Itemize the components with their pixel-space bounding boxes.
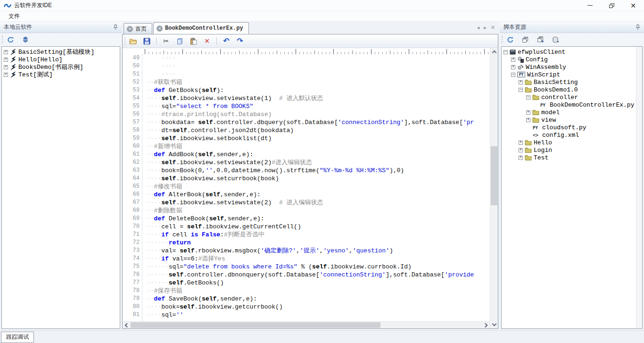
menu-file[interactable]: 文件	[5, 11, 24, 21]
collapse-icon[interactable]: −	[511, 73, 515, 77]
tree-item[interactable]: +WinAssembly	[502, 63, 642, 71]
tree-item[interactable]: −PYWinScript	[502, 71, 642, 78]
code-line: ····#trace.printlog(soft.Database)	[147, 110, 490, 118]
tree-item[interactable]: +BasicSetting[基础模块]	[2, 48, 120, 56]
tree-item[interactable]: +Hello[Hello]	[2, 56, 120, 63]
tab-close-icon[interactable]: ✕	[157, 25, 163, 32]
tree-item-label: view	[541, 117, 556, 124]
tab-scroll-right-icon[interactable]: ▸	[484, 25, 487, 31]
code-line: ····	[147, 54, 490, 62]
cut-icon[interactable]: ✂	[161, 36, 171, 46]
code-line: ··#获取书籍	[147, 78, 490, 86]
save-icon[interactable]	[142, 36, 151, 46]
undo-icon[interactable]: ↶	[222, 36, 231, 46]
minimize-button[interactable]	[579, 0, 601, 11]
expand-icon[interactable]: +	[4, 50, 8, 54]
tree-item[interactable]: +Test[测试]	[2, 71, 120, 78]
code-line: ····	[147, 70, 490, 78]
windows-add-icon[interactable]	[536, 35, 545, 44]
redo-icon[interactable]: ↷	[235, 36, 245, 46]
svg-text:PY: PY	[540, 103, 545, 108]
collapse-icon[interactable]: −	[519, 88, 523, 92]
expand-icon[interactable]: +	[4, 73, 8, 77]
tab-home[interactable]: ✕ 首页	[124, 23, 152, 34]
line-number: 62	[123, 159, 140, 167]
refresh-icon[interactable]	[6, 35, 15, 44]
tree-item[interactable]: <>config.xml	[502, 131, 642, 139]
tab-list-close-icon[interactable]: ✕	[491, 25, 495, 31]
tab-scroll-left-icon[interactable]: ◂	[477, 25, 480, 31]
tree-item[interactable]: −controller	[502, 93, 642, 101]
expand-icon[interactable]: +	[519, 156, 523, 160]
delete-icon[interactable]: ✕	[202, 36, 212, 46]
tree-item-label: BookDemoControllerEx.py	[550, 101, 634, 109]
expand-icon[interactable]: +	[511, 58, 515, 62]
open-icon[interactable]	[128, 36, 138, 46]
scroll-down-icon[interactable]	[490, 321, 498, 328]
code-line: ····sql=''	[147, 311, 490, 319]
line-number: 74	[123, 255, 140, 263]
collapse-icon[interactable]: −	[526, 95, 530, 100]
tree-item[interactable]: +Test	[502, 154, 642, 161]
pin-icon[interactable]	[636, 24, 640, 30]
expand-icon[interactable]: +	[519, 141, 523, 145]
windows-icon[interactable]	[520, 35, 530, 44]
line-number: 54	[123, 94, 140, 102]
tree-item-label: efwplusClient	[518, 49, 565, 56]
window-title: 云软件开发IDE	[14, 1, 52, 9]
tab-bookdemo[interactable]: ✕ BookDemoControllerEx.py	[153, 22, 249, 34]
horizontal-scroll-thumb[interactable]	[131, 322, 380, 328]
code-line: ····self.ibookview.setbooklist(dt)	[147, 134, 490, 142]
tree-item-label: Test[测试]	[18, 70, 53, 79]
paste-icon[interactable]	[189, 36, 198, 46]
expand-icon[interactable]: +	[519, 148, 523, 152]
tree-item[interactable]: +BasicSetting	[502, 78, 642, 86]
expand-icon[interactable]: +	[526, 118, 530, 122]
tree-scrollbar[interactable]	[636, 47, 642, 328]
tree-item[interactable]: PYcloudsoft.py	[502, 124, 642, 131]
tree-item[interactable]: +model	[502, 109, 642, 116]
scroll-left-icon[interactable]	[123, 322, 130, 328]
line-number: 72	[123, 239, 140, 247]
tree-item[interactable]: −efwplusClient	[502, 48, 642, 56]
expand-icon[interactable]: +	[4, 65, 8, 69]
code-line: ··#删除数据	[147, 207, 490, 215]
horizontal-scrollbar[interactable]	[123, 321, 490, 328]
expand-icon[interactable]: +	[4, 58, 8, 62]
close-button[interactable]: ✕	[622, 0, 644, 11]
trace-debug-tab[interactable]: 跟踪调试	[1, 332, 34, 343]
layers-icon[interactable]	[21, 35, 30, 44]
database-icon[interactable]	[551, 35, 560, 44]
code-line: ····sql="select * from BOOKS"	[147, 102, 490, 110]
refresh-icon[interactable]	[505, 35, 515, 44]
editor-body[interactable]: 4950515253545556575859606162636465666768…	[123, 54, 490, 321]
line-number: 77	[123, 279, 140, 287]
collapse-icon[interactable]: −	[504, 50, 508, 54]
tree-item[interactable]: −BooksDemo1.0	[502, 86, 642, 93]
scroll-right-icon[interactable]	[482, 322, 490, 328]
app-icon	[10, 49, 17, 55]
expand-icon[interactable]: +	[519, 80, 523, 84]
tree-item[interactable]: +Login	[502, 146, 642, 154]
vertical-scrollbar[interactable]	[490, 48, 498, 328]
scroll-up-icon[interactable]	[490, 48, 498, 56]
code-pane[interactable]: ···· ···· ······#获取书籍··def GetBooks(self…	[142, 54, 490, 321]
tree-item[interactable]: +view	[502, 116, 642, 124]
line-number: 56	[123, 110, 140, 118]
tree-item[interactable]: +Config	[502, 56, 642, 63]
tree-item[interactable]: PYBookDemoControllerEx.py	[502, 101, 642, 109]
tree-item[interactable]: +BooksDemo[书籍示例]	[2, 63, 120, 71]
code-line: ··#修改书籍	[147, 183, 490, 191]
vertical-scroll-thumb[interactable]	[491, 146, 497, 205]
line-number: 79	[123, 295, 140, 303]
tree-item[interactable]: +Hello	[502, 139, 642, 146]
copy-icon[interactable]	[175, 36, 184, 46]
expand-icon[interactable]: +	[511, 65, 515, 69]
restore-button[interactable]	[601, 0, 622, 11]
local-panel-header: 本地云软件	[0, 22, 122, 33]
pin-icon[interactable]	[113, 24, 118, 30]
tab-close-icon[interactable]: ✕	[127, 26, 133, 32]
code-line: ····val= self.rbookview.msgbox('确定删除?','…	[147, 247, 490, 255]
code-line: ····book=self.ibookview.getcurrbook()	[147, 303, 490, 311]
expand-icon[interactable]: +	[526, 110, 530, 115]
